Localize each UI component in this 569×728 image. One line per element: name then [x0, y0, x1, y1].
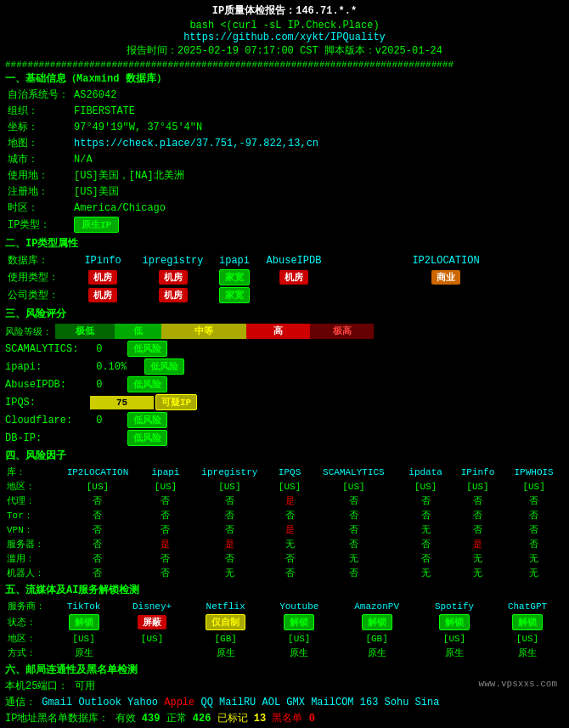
ipregistry-header: ipregistry — [137, 252, 209, 268]
rf-ipdata-vpn: 无 — [399, 522, 451, 537]
spotify-badge: 解锁 — [439, 614, 470, 630]
rf-scamalytics-proxy: 否 — [307, 494, 399, 508]
usage-value: [US]美国，[NA]北美洲 — [71, 167, 564, 183]
blacklist-normal-label: 正常 — [166, 713, 193, 725]
netflix-method: 原生 — [189, 646, 262, 660]
ipqs-score-row: IPQS: 75 可疑IP — [5, 394, 564, 410]
rf-scamalytics-header: SCAMALYTICS — [307, 465, 399, 479]
cloudflare-score-row: Cloudflare: 0 低风险 — [5, 412, 564, 428]
coord-value: 97°49'19"W, 37°45'4"N — [71, 119, 564, 135]
rf-scamalytics-tor: 否 — [307, 508, 399, 522]
blacklist-blocked-label: 黑名单 — [272, 713, 308, 725]
ipregistry-usage-badge: 机房 — [159, 270, 188, 285]
mailru-link: MailRU — [219, 697, 256, 708]
rf-ipwhois-header: IPWHOIS — [504, 465, 564, 479]
rf-ipinfo-header: IPinfo — [452, 465, 504, 479]
vpn-row: VPN： 否 否 否 是 否 无 否 否 — [5, 522, 564, 537]
port25-text: 本机25端口： — [5, 680, 68, 692]
ipapi-usage: 家宽 — [209, 268, 260, 286]
tz-value: America/Chicago — [71, 200, 564, 216]
org-value: FIBERSTATE — [71, 103, 564, 119]
youtube-status: 解锁 — [262, 613, 335, 631]
amazonpv-status: 解锁 — [335, 613, 418, 631]
dbip-score-badge: 低风险 — [127, 430, 167, 446]
map-link[interactable]: https://check.place/37.751,-97.822,13,cn — [71, 135, 564, 151]
rf-ipqs-tor: 否 — [272, 508, 308, 522]
risk-low: 低 — [115, 324, 161, 339]
company-type-row: 公司类型： 机房 机房 家宽 — [5, 286, 564, 304]
spotify-status: 解锁 — [418, 613, 491, 631]
tiktok-region: [US] — [52, 631, 115, 646]
disney-header: Disney+ — [115, 599, 189, 613]
map-row: 地图： https://check.place/37.751,-97.822,1… — [5, 135, 564, 151]
bot-row: 机器人： 否 否 无 否 否 无 无 无 — [5, 566, 564, 580]
blacklist-valid-label: 有效 — [115, 713, 142, 725]
chatgpt-region: [US] — [491, 631, 564, 646]
ipinfo-company-badge: 机房 — [88, 288, 117, 302]
netflix-header: Netflix — [189, 599, 262, 613]
rf-ipregistry-region: [US] — [188, 479, 272, 494]
rf-ip2loc-tor: 否 — [52, 508, 144, 522]
ipapi-company-badge: 家宽 — [219, 287, 250, 303]
rf-ipapi-region: [US] — [144, 479, 188, 494]
chatgpt-method: 原生 — [491, 646, 564, 660]
tiktok-method: 原生 — [52, 646, 115, 660]
disney-status: 屏蔽 — [115, 613, 189, 631]
blacklist-blocked-value: 0 — [309, 713, 315, 725]
map-label: 地图： — [5, 135, 71, 151]
youtube-method: 原生 — [262, 646, 335, 660]
email-row: 通信： Gmail Outlook Yahoo Apple QQ MailRU … — [5, 695, 564, 709]
chatgpt-header: ChatGPT — [491, 599, 564, 613]
ipapi-header: ipapi — [209, 252, 260, 268]
gmx-link: GMX — [286, 697, 305, 708]
spotify-header: Spotify — [418, 599, 491, 613]
youtube-region: [US] — [262, 631, 335, 646]
163-link: 163 — [360, 697, 379, 708]
ipregistry-company: 机房 — [137, 286, 209, 304]
rf-ipdata-header: ipdata — [399, 465, 451, 479]
media-method-label: 方式： — [5, 646, 52, 660]
spotify-method: 原生 — [418, 646, 491, 660]
media-status-label: 状态： — [5, 613, 52, 631]
mailcom-link: MailCOM — [311, 697, 353, 708]
blacklist-label: IP地址黑名单数据库： — [5, 713, 109, 725]
watermark: www.vpsxxs.com — [479, 679, 557, 689]
rf-ipqs-vpn: 是 — [272, 522, 308, 537]
tiktok-badge: 解锁 — [69, 614, 99, 630]
ipqs-bar: 75 — [90, 396, 154, 409]
abuseipdb-usage: 机房 — [260, 268, 328, 286]
db-header-row: 数据库： IPinfo ipregistry ipapi AbuseIPDB I… — [5, 252, 564, 268]
rf-ipregistry-server: 是 — [188, 537, 272, 551]
rf-ipdata-proxy: 否 — [399, 494, 451, 508]
section2-title: 二、IP类型属性 — [5, 238, 78, 250]
disney-region: [US] — [115, 631, 189, 646]
scamalytics-label: SCAMALYTICS: — [5, 343, 90, 355]
ipqs-badge: 可疑IP — [155, 394, 197, 410]
rf-ipqs-bot: 否 — [272, 566, 308, 580]
abuseipdb-score-label: AbuseIPDB: — [5, 379, 90, 391]
port25-status: 可用 — [75, 680, 95, 692]
ipapi-score-badge: 低风险 — [144, 358, 184, 375]
rf-ipinfo-proxy: 否 — [452, 494, 504, 508]
coord-row: 坐标： 97°49'19"W, 37°45'4"N — [5, 119, 564, 135]
rf-ipapi-tor: 否 — [144, 508, 188, 522]
rf-ipinfo-bot: 无 — [452, 566, 504, 580]
rf-ipapi-header: ipapi — [144, 465, 188, 479]
rf-ipqs-proxy: 是 — [272, 494, 308, 508]
db-label: 数据库： — [5, 252, 69, 268]
coord-label: 坐标： — [5, 119, 71, 135]
abuseipdb-usage-badge: 机房 — [279, 270, 308, 285]
amazonpv-badge: 解锁 — [362, 614, 392, 630]
rf-ipwhois-vpn: 否 — [504, 522, 564, 537]
scamalytics-badge: 低风险 — [127, 341, 167, 357]
aol-link: AOL — [262, 697, 281, 708]
media-region-label: 地区： — [5, 631, 52, 646]
scamalytics-row: SCAMALYTICS: 0 低风险 — [5, 341, 564, 357]
risk-bar-label: 风险等级： — [5, 325, 52, 338]
rf-ipdata-server: 否 — [399, 537, 451, 551]
org-row: 组织： FIBERSTATE — [5, 103, 564, 119]
rf-ipinfo-region: [US] — [452, 479, 504, 494]
rf-scamalytics-vpn: 否 — [307, 522, 399, 537]
region-label: 地区： — [5, 479, 52, 494]
blacklist-normal-value: 426 — [193, 713, 211, 725]
